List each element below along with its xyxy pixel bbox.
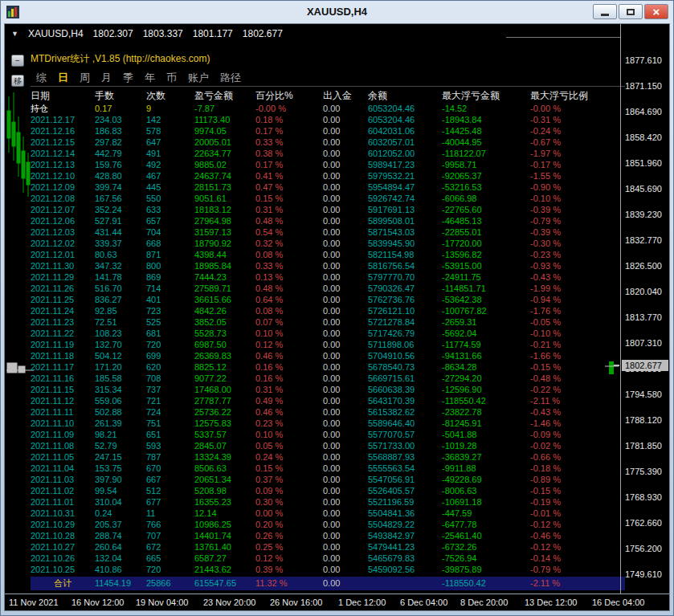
table-cell: 2021.11.12 — [31, 395, 95, 406]
maximize-button[interactable] — [619, 4, 643, 19]
tab-季[interactable]: 季 — [117, 71, 139, 85]
table-cell: 合计 — [31, 577, 95, 590]
table-cell: 665 — [146, 553, 194, 564]
table-cell: -1.55 % — [530, 170, 625, 182]
table-cell: 出入金 — [323, 88, 368, 103]
table-cell: 5954894.47 — [368, 182, 442, 193]
table-row: 2021.11.12559.0672127787.770.49 %0.00564… — [31, 395, 625, 406]
chevron-down-icon[interactable]: ▼ — [11, 30, 18, 38]
table-cell: 428.80 — [95, 170, 146, 182]
table-cell: 25736.22 — [194, 406, 255, 418]
table-cell: 5547056.91 — [368, 474, 442, 485]
table-cell: -39875.89 — [442, 564, 530, 575]
table-cell: 2021.11.18 — [31, 350, 95, 361]
table-cell: 最大浮亏比例 — [530, 88, 625, 103]
chart-symbol: XAUUSD,H4 — [28, 28, 84, 39]
table-cell: 24637.74 — [194, 170, 255, 182]
panel-title: MTDriver统计 ,V1.85 (http://chaokes.com) — [31, 51, 622, 69]
current-price-badge: 1802.677 — [622, 360, 668, 371]
window-title: XAUUSD,H4 — [1, 6, 673, 18]
price-axis-label: 1858.420 — [625, 133, 662, 142]
table-cell: 677 — [146, 496, 194, 508]
table-cell: 2021.12.15 — [31, 137, 95, 148]
tab-币[interactable]: 币 — [161, 71, 182, 85]
table-cell: 盈亏金额 — [194, 88, 255, 103]
table-cell: 13324.39 — [194, 451, 255, 463]
table-cell: 8825.12 — [194, 361, 255, 373]
table-cell: 670 — [146, 463, 194, 474]
tab-月[interactable]: 月 — [96, 71, 117, 85]
table-cell: 0.00 — [323, 137, 368, 148]
table-row: 2021.12.13159.764929885.020.17 %0.005989… — [31, 159, 625, 170]
table-cell: 0.00 — [323, 103, 368, 114]
table-cell: 3852.05 — [194, 316, 255, 328]
table-cell: 2021.11.16 — [31, 373, 95, 384]
table-cell: 5926742.74 — [368, 193, 442, 204]
table-cell: 185.58 — [95, 373, 146, 384]
app-window: XAUUSD,H4 × ▼ XAUUSD,H4 — [0, 0, 674, 616]
table-cell: 5816756.54 — [368, 260, 442, 271]
table-cell: 0.31 % — [255, 204, 323, 215]
table-cell: 0.00 % — [255, 508, 323, 519]
table-cell: 647 — [146, 137, 194, 148]
table-cell: 672 — [146, 541, 194, 553]
table-cell: 720 — [146, 339, 194, 350]
table-cell: -114851.71 — [442, 283, 530, 294]
table-cell: -1.76 % — [530, 305, 625, 316]
current-price-marks — [605, 357, 619, 381]
table-cell: 132.70 — [95, 339, 146, 350]
table-cell: 0.12 % — [255, 553, 323, 564]
table-row: 2021.11.16185.587089077.220.16 %0.005669… — [31, 373, 625, 384]
table-cell: 0.17 % — [255, 159, 323, 170]
table-header: 日期手数次数盈亏金额百分比%出入金余额最大浮亏金额最大浮亏比例 — [31, 88, 625, 103]
tab-综[interactable]: 综 — [31, 71, 52, 85]
table-cell: -14425.48 — [442, 125, 530, 137]
table-cell: 5979532.21 — [368, 170, 442, 182]
table-cell: 445 — [146, 182, 194, 193]
table-cell: 704 — [146, 226, 194, 238]
table-cell: 最大浮亏金额 — [442, 88, 530, 103]
title-bar[interactable]: XAUUSD,H4 × — [1, 1, 673, 23]
tab-周[interactable]: 周 — [74, 71, 96, 85]
table-cell: -17720.00 — [442, 238, 530, 249]
table-cell: 720 — [146, 564, 194, 575]
minimize-button[interactable] — [593, 4, 617, 19]
panel-move-button[interactable]: 移 — [11, 75, 24, 87]
table-cell: 315.34 — [95, 384, 146, 395]
table-cell: 5917691.13 — [368, 204, 442, 215]
table-cell: 0.00 — [323, 485, 368, 496]
tab-日[interactable]: 日 — [52, 71, 74, 85]
table-cell: 2021.12.07 — [31, 204, 95, 215]
table-cell: -9958.71 — [442, 159, 530, 170]
table-cell: 0.00 — [323, 339, 368, 350]
price-axis-label: 1871.150 — [625, 81, 662, 91]
table-cell: 0.13 % — [255, 271, 323, 283]
table-cell: 751 — [146, 418, 194, 429]
close-button[interactable]: × — [644, 4, 668, 19]
table-cell: 26369.83 — [194, 350, 255, 361]
table-cell: 5521196.59 — [368, 496, 442, 508]
tab-年[interactable]: 年 — [139, 71, 161, 85]
tab-账户[interactable]: 账户 — [182, 71, 214, 85]
price-axis[interactable]: 1802.677 1877.6101871.1501864.6901858.42… — [620, 24, 669, 594]
time-axis[interactable]: 11 Nov 202116 Nov 12:0019 Nov 04:0023 No… — [5, 594, 669, 610]
table-cell: 0.00 — [323, 125, 368, 137]
table-cell: 20651.34 — [194, 474, 255, 485]
panel-collapse-button[interactable]: − — [11, 55, 24, 67]
table-cell: -1.99 % — [530, 283, 625, 294]
time-axis-label: 11 Nov 2021 — [9, 598, 59, 607]
table-cell: 442.79 — [95, 148, 146, 159]
table-cell: -0.21 % — [530, 339, 625, 350]
time-axis-label: 16 Nov 12:00 — [71, 598, 124, 607]
tab-路径[interactable]: 路径 — [214, 71, 247, 85]
table-cell: 5568887.93 — [368, 451, 442, 463]
table-cell: -0.12 % — [530, 541, 625, 553]
table-cell: 0.54 % — [255, 226, 323, 238]
table-cell: 5479441.23 — [368, 541, 442, 553]
table-cell: 0.00 — [323, 249, 368, 260]
table-cell: -0.12 % — [530, 519, 625, 530]
table-cell: 6987.50 — [194, 339, 255, 350]
table-cell: 0.38 % — [255, 148, 323, 159]
table-cell: 5726121.10 — [368, 305, 442, 316]
table-cell: 0.00 — [323, 406, 368, 418]
